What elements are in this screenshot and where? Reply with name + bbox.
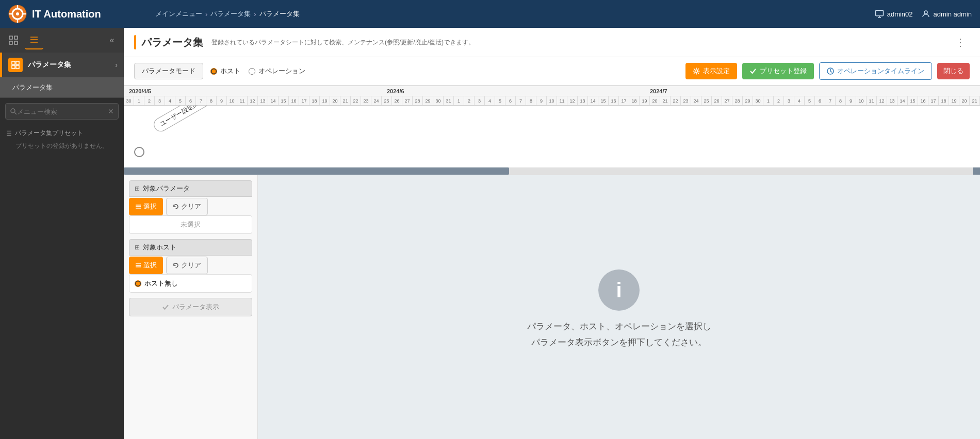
- param-section-header: ⊞ 対象パラメータ: [129, 180, 252, 197]
- header: IT Automation メインメニュー › パラメータ集 › パラメータ集 …: [0, 0, 980, 28]
- host-select-button[interactable]: 選択: [129, 257, 163, 274]
- app-title: IT Automation: [32, 8, 101, 20]
- timeline-date-cell: 8: [206, 96, 217, 106]
- timeline-month-2: 2024/6: [387, 88, 404, 94]
- timeline-date-cell: 15: [279, 96, 289, 106]
- timeline-scrollbar-end[interactable]: [973, 167, 980, 175]
- timeline-date-cell: 4: [794, 96, 805, 106]
- timeline-date-cell: 8: [526, 96, 536, 106]
- timeline-date-cell: 26: [392, 96, 402, 106]
- host-section-header: ⊞ 対象ホスト: [129, 239, 252, 256]
- sidebar-item-parameters[interactable]: パラメータ集 ›: [0, 53, 124, 77]
- sidebar-menu-icon: [8, 58, 23, 72]
- radio-operation-label[interactable]: オペレーション: [249, 66, 305, 76]
- logo-icon: [8, 5, 27, 23]
- radio-host-text: ホスト: [220, 66, 240, 76]
- timeline-date-cell: 28: [732, 96, 743, 106]
- breadcrumb-item-1[interactable]: メインメニュー: [155, 9, 202, 19]
- timeline-event: ユーザー設定変更: [151, 106, 213, 134]
- timeline-month-1: 2020/4/5: [129, 88, 151, 94]
- timeline-scrollbar-thumb[interactable]: [124, 167, 509, 175]
- timeline-date-cell: 10: [547, 96, 557, 106]
- timeline-date-cell: 23: [361, 96, 371, 106]
- sidebar-expand-icon: ›: [115, 61, 118, 69]
- close-button[interactable]: 閉じる: [937, 63, 970, 79]
- timeline-date-cell: 29: [423, 96, 433, 106]
- host-grid-icon: ⊞: [135, 244, 140, 251]
- timeline-date-cell: 3: [784, 96, 794, 106]
- info-text-line1: パラメータ、ホスト、オペレーションを選択し: [527, 319, 711, 335]
- page-title: パラメータ集: [141, 36, 203, 49]
- svg-rect-13: [9, 41, 12, 44]
- clock-icon: [827, 67, 834, 75]
- timeline-date-cell: 28: [413, 96, 423, 106]
- page-menu-btn[interactable]: ⋮: [951, 34, 970, 50]
- check-icon: [749, 67, 757, 75]
- timeline-date-cell: 21: [660, 96, 671, 106]
- search-clear-btn[interactable]: ✕: [108, 107, 114, 115]
- svg-point-10: [924, 11, 927, 14]
- host-no-host-radio[interactable]: [135, 280, 141, 287]
- timeline-date-cell: 6: [186, 96, 196, 106]
- param-btn-row: 選択 クリア: [129, 198, 252, 215]
- param-select-button[interactable]: 選択: [129, 198, 163, 215]
- host-clear-label: クリア: [181, 261, 201, 270]
- sidebar-list-icon[interactable]: [25, 31, 43, 49]
- timeline-date-cell: 11: [237, 96, 248, 106]
- timeline-date-cell: 13: [578, 96, 588, 106]
- gear-icon: [693, 67, 700, 75]
- page-description: 登録されているパラメータシートに対して検索、メンテナンス(参照/更新/廃止/復活…: [211, 38, 943, 47]
- sidebar-grid-icon[interactable]: [4, 31, 23, 49]
- timeline-date-cell: 8: [836, 96, 846, 106]
- svg-rect-20: [12, 65, 15, 69]
- timeline-date-cell: 27: [402, 96, 413, 106]
- svg-point-24: [695, 70, 698, 73]
- display-settings-label: 表示設定: [703, 66, 730, 76]
- user-monitor-item[interactable]: admin02: [875, 9, 913, 19]
- host-section: ⊞ 対象ホスト 選択: [129, 239, 252, 293]
- timeline-date-cell: 10: [856, 96, 867, 106]
- timeline-date-cell: 6: [505, 96, 516, 106]
- param-select-label: 選択: [143, 202, 157, 211]
- timeline-date-cell: 17: [299, 96, 309, 106]
- timeline-date-cell: 4: [165, 96, 175, 106]
- radio-host-label[interactable]: ホスト: [210, 66, 240, 76]
- breadcrumb-item-2[interactable]: パラメータ集: [210, 9, 251, 19]
- page-title-bar: パラメータ集: [134, 35, 203, 49]
- display-settings-button[interactable]: 表示設定: [685, 63, 737, 79]
- host-clear-button[interactable]: クリア: [166, 257, 208, 274]
- timeline-date-cell: 1: [763, 96, 774, 106]
- param-section-title: 対象パラメータ: [143, 184, 190, 193]
- bottom-area: ⊞ 対象パラメータ 選択: [124, 175, 980, 439]
- sidebar-menu-label: パラメータ集: [28, 60, 71, 70]
- param-clear-button[interactable]: クリア: [166, 198, 208, 215]
- parameter-mode-button[interactable]: パラメータモード: [134, 63, 203, 79]
- user-name-label: admin admin: [934, 10, 972, 18]
- timeline-date-cell: 14: [897, 96, 908, 106]
- toolbar: パラメータモード ホスト オペレーション 表示設定 プリセット登録: [124, 57, 980, 86]
- timeline-circle: [134, 147, 144, 157]
- timeline-container: 2020/4/5 2024/6 2024/7 // Generate date …: [124, 86, 980, 175]
- info-text-line2: パラメータ表示ボタンを押下してください。: [527, 335, 711, 351]
- sidebar-sub-item-parameters[interactable]: パラメータ集: [0, 77, 124, 98]
- timeline-date-cell: 9: [846, 96, 856, 106]
- preset-header-icon: ☰: [6, 130, 12, 137]
- breadcrumb-sep-1: ›: [205, 10, 207, 18]
- radio-operation-input[interactable]: [249, 68, 255, 75]
- timeline-date-cell: 24: [691, 96, 701, 106]
- timeline-date-cell: 12: [877, 96, 887, 106]
- user-profile-item[interactable]: admin admin: [921, 9, 972, 19]
- radio-group: ホスト オペレーション: [210, 66, 305, 76]
- radio-host-input[interactable]: [210, 68, 217, 75]
- timeline-scrollbar[interactable]: [124, 167, 980, 175]
- sidebar-collapse-btn[interactable]: «: [104, 32, 120, 48]
- timeline-date-cell: 13: [258, 96, 268, 106]
- timeline-date-cell: 7: [516, 96, 526, 106]
- timeline-date-cell: 5: [805, 96, 815, 106]
- timeline-date-cell: 17: [619, 96, 629, 106]
- preset-register-button[interactable]: プリセット登録: [742, 63, 814, 79]
- param-section: ⊞ 対象パラメータ 選択: [129, 180, 252, 234]
- timeline-date-cell: 25: [701, 96, 712, 106]
- operation-timeline-button[interactable]: オペレーションタイムライン: [819, 62, 932, 80]
- search-input[interactable]: [17, 108, 108, 115]
